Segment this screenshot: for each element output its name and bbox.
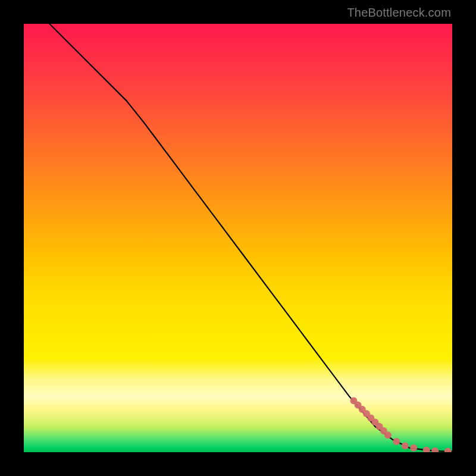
svg-point-11	[410, 444, 417, 452]
svg-point-9	[393, 438, 400, 445]
svg-point-8	[384, 431, 392, 439]
curve-line	[49, 24, 452, 452]
plot-area	[24, 24, 452, 452]
svg-point-12	[423, 446, 430, 452]
chart-frame: TheBottleneck.com	[0, 0, 476, 476]
svg-point-13	[431, 447, 439, 452]
svg-point-10	[402, 442, 409, 449]
watermark-text: TheBottleneck.com	[347, 6, 451, 20]
chart-overlay	[24, 24, 452, 452]
svg-point-14	[444, 448, 452, 452]
